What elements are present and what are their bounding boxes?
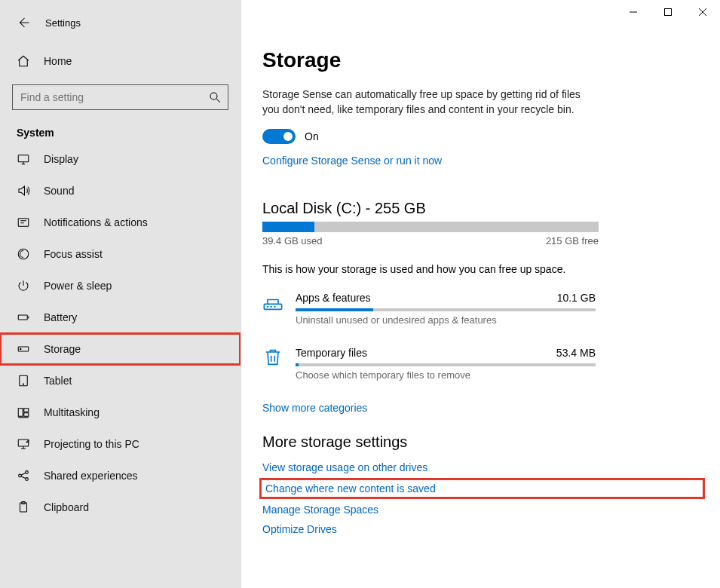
sidebar-item-power[interactable]: Power & sleep: [0, 270, 241, 302]
sidebar-item-label: Battery: [44, 311, 77, 323]
home-label: Home: [44, 55, 72, 67]
disk-usage-bar: [262, 222, 599, 232]
home-nav[interactable]: Home: [0, 45, 241, 77]
sound-icon: [17, 184, 30, 198]
svg-rect-3: [18, 219, 29, 227]
sidebar-item-battery[interactable]: Battery: [0, 302, 241, 333]
usage-desc: This is how your storage is used and how…: [262, 263, 702, 275]
projecting-icon: [17, 437, 30, 451]
sidebar-item-shared[interactable]: Shared experiences: [0, 460, 241, 492]
multitasking-icon: [17, 406, 30, 419]
sidebar-item-focus[interactable]: Focus assist: [0, 238, 241, 270]
storage-category-trash[interactable]: Temporary files53.4 MBChoose which tempo…: [262, 347, 702, 381]
disk-free-label: 215 GB free: [546, 235, 599, 247]
sidebar-item-label: Clipboard: [44, 501, 89, 513]
sidebar-item-label: Projecting to this PC: [44, 438, 139, 450]
shared-icon: [17, 469, 30, 482]
category-heading: System: [0, 113, 241, 143]
maximize-button[interactable]: [651, 0, 685, 24]
battery-icon: [17, 311, 30, 324]
sidebar-item-label: Display: [44, 153, 78, 165]
svg-rect-0: [665, 9, 672, 16]
focus-icon: [17, 247, 30, 261]
category-sub: Uninstall unused or undesired apps & fea…: [296, 314, 596, 326]
configure-sense-link[interactable]: Configure Storage Sense or run it now: [262, 155, 702, 167]
sidebar-item-display[interactable]: Display: [0, 143, 241, 175]
more-settings-heading: More storage settings: [262, 433, 702, 451]
show-more-categories-link[interactable]: Show more categories: [262, 402, 702, 414]
svg-point-7: [20, 348, 22, 350]
sidebar-item-label: Storage: [44, 343, 81, 355]
display-icon: [17, 152, 30, 166]
storage-sense-desc: Storage Sense can automatically free up …: [262, 87, 594, 117]
search-input[interactable]: [19, 90, 208, 104]
toggle-state-label: On: [305, 130, 319, 142]
more-link[interactable]: View storage usage on other drives: [262, 461, 702, 473]
sidebar-item-label: Multitasking: [44, 406, 100, 418]
sidebar-item-label: Focus assist: [44, 248, 103, 260]
content-pane: Storage Storage Sense can automatically …: [241, 24, 720, 588]
storage-sense-toggle[interactable]: [262, 129, 296, 144]
window-title: Settings: [45, 17, 81, 29]
sidebar-item-clipboard[interactable]: Clipboard: [0, 492, 241, 523]
svg-rect-13: [18, 439, 29, 446]
home-icon: [17, 54, 30, 68]
trash-icon: [262, 347, 283, 368]
category-size: 53.4 MB: [556, 347, 596, 359]
close-button[interactable]: [685, 0, 720, 24]
sidebar-item-label: Power & sleep: [44, 280, 112, 292]
category-sub: Choose which temporary files to remove: [296, 369, 596, 381]
category-name: Apps & features: [296, 292, 371, 304]
sidebar-item-storage[interactable]: Storage: [0, 333, 241, 365]
page-title: Storage: [262, 48, 702, 72]
svg-rect-12: [24, 413, 29, 417]
sidebar: Home System DisplaySoundNotifications & …: [0, 24, 241, 588]
sidebar-item-multitasking[interactable]: Multitasking: [0, 397, 241, 428]
svg-point-16: [26, 478, 29, 481]
svg-rect-2: [18, 155, 29, 162]
power-icon: [17, 279, 30, 292]
svg-rect-5: [18, 315, 27, 320]
minimize-button[interactable]: [616, 0, 651, 24]
svg-point-14: [19, 474, 22, 477]
storage-category-apps[interactable]: Apps & features10.1 GBUninstall unused o…: [262, 292, 702, 326]
disk-used-label: 39.4 GB used: [262, 235, 323, 247]
sidebar-item-projecting[interactable]: Projecting to this PC: [0, 428, 241, 460]
sidebar-item-label: Sound: [44, 185, 74, 197]
notifications-icon: [17, 216, 30, 229]
svg-point-15: [26, 471, 29, 474]
clipboard-icon: [17, 501, 30, 514]
category-name: Temporary files: [296, 347, 367, 359]
tablet-icon: [17, 374, 30, 387]
svg-rect-10: [18, 409, 23, 417]
category-bar: [296, 308, 596, 311]
category-size: 10.1 GB: [557, 292, 596, 304]
sidebar-item-label: Tablet: [44, 375, 72, 387]
sidebar-item-label: Shared experiences: [44, 470, 138, 482]
more-link[interactable]: Optimize Drives: [262, 523, 702, 535]
search-icon: [208, 90, 222, 104]
svg-point-9: [23, 384, 23, 384]
sidebar-item-sound[interactable]: Sound: [0, 175, 241, 207]
disk-heading: Local Disk (C:) - 255 GB: [262, 200, 702, 217]
svg-rect-11: [24, 409, 29, 412]
apps-icon: [262, 292, 283, 313]
more-link[interactable]: Manage Storage Spaces: [262, 504, 702, 516]
sidebar-item-notifications[interactable]: Notifications & actions: [0, 207, 241, 238]
back-icon[interactable]: [17, 16, 30, 29]
storage-icon: [17, 342, 30, 356]
sidebar-item-tablet[interactable]: Tablet: [0, 365, 241, 397]
category-bar: [296, 363, 596, 366]
sidebar-item-label: Notifications & actions: [44, 216, 148, 228]
more-link[interactable]: Change where new content is saved: [262, 481, 702, 496]
svg-point-1: [210, 93, 217, 100]
search-box[interactable]: [12, 84, 228, 110]
